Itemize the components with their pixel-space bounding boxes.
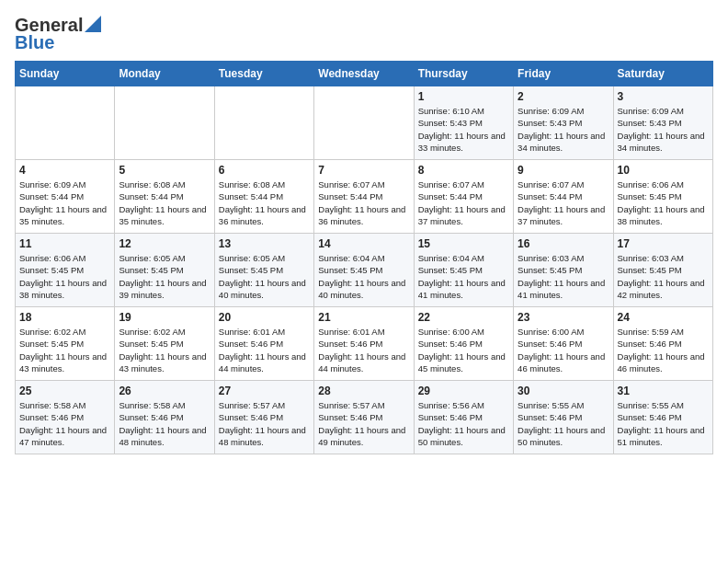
day-number: 24 bbox=[618, 311, 709, 324]
day-cell: 11Sunrise: 6:06 AMSunset: 5:45 PMDayligh… bbox=[16, 234, 115, 307]
header-wednesday: Wednesday bbox=[314, 62, 414, 86]
day-cell bbox=[314, 86, 414, 160]
day-cell: 30Sunrise: 5:55 AMSunset: 5:46 PMDayligh… bbox=[514, 381, 613, 454]
day-cell: 7Sunrise: 6:07 AMSunset: 5:44 PMDaylight… bbox=[314, 160, 414, 234]
day-info: Sunrise: 6:07 AMSunset: 5:44 PMDaylight:… bbox=[418, 178, 509, 227]
day-info: Sunrise: 6:07 AMSunset: 5:44 PMDaylight:… bbox=[318, 178, 409, 227]
day-number: 28 bbox=[318, 385, 409, 397]
day-number: 15 bbox=[418, 237, 509, 250]
day-info: Sunrise: 6:06 AMSunset: 5:45 PMDaylight:… bbox=[618, 178, 709, 227]
day-number: 9 bbox=[518, 164, 609, 177]
day-cell: 3Sunrise: 6:09 AMSunset: 5:43 PMDaylight… bbox=[613, 86, 712, 160]
day-number: 16 bbox=[518, 237, 609, 250]
day-info: Sunrise: 6:02 AMSunset: 5:45 PMDaylight:… bbox=[19, 326, 110, 374]
day-info: Sunrise: 6:00 AMSunset: 5:46 PMDaylight:… bbox=[518, 326, 609, 374]
day-cell bbox=[214, 86, 313, 160]
day-cell: 4Sunrise: 6:09 AMSunset: 5:44 PMDaylight… bbox=[16, 160, 115, 234]
header-sunday: Sunday bbox=[16, 62, 115, 86]
day-info: Sunrise: 6:05 AMSunset: 5:45 PMDaylight:… bbox=[219, 252, 310, 301]
day-number: 22 bbox=[418, 311, 509, 324]
header-thursday: Thursday bbox=[414, 62, 513, 86]
day-info: Sunrise: 5:55 AMSunset: 5:46 PMDaylight:… bbox=[518, 399, 609, 448]
day-number: 4 bbox=[19, 164, 110, 177]
day-number: 10 bbox=[618, 164, 709, 177]
day-number: 23 bbox=[518, 311, 609, 324]
day-info: Sunrise: 5:57 AMSunset: 5:46 PMDaylight:… bbox=[219, 399, 310, 448]
day-info: Sunrise: 6:05 AMSunset: 5:45 PMDaylight:… bbox=[119, 252, 210, 301]
day-cell bbox=[16, 86, 115, 160]
day-number: 20 bbox=[219, 311, 310, 324]
day-info: Sunrise: 5:58 AMSunset: 5:46 PMDaylight:… bbox=[119, 399, 210, 448]
day-cell: 28Sunrise: 5:57 AMSunset: 5:46 PMDayligh… bbox=[314, 381, 414, 454]
page-header: General Blue bbox=[15, 15, 713, 53]
calendar-header-row: SundayMondayTuesdayWednesdayThursdayFrid… bbox=[16, 62, 713, 86]
day-cell: 14Sunrise: 6:04 AMSunset: 5:45 PMDayligh… bbox=[314, 234, 414, 307]
day-cell: 8Sunrise: 6:07 AMSunset: 5:44 PMDaylight… bbox=[414, 160, 513, 234]
day-info: Sunrise: 6:02 AMSunset: 5:45 PMDaylight:… bbox=[119, 326, 210, 374]
header-friday: Friday bbox=[514, 62, 613, 86]
day-info: Sunrise: 6:04 AMSunset: 5:45 PMDaylight:… bbox=[318, 252, 409, 301]
day-cell: 12Sunrise: 6:05 AMSunset: 5:45 PMDayligh… bbox=[115, 234, 214, 307]
day-info: Sunrise: 6:03 AMSunset: 5:45 PMDaylight:… bbox=[518, 252, 609, 301]
day-number: 31 bbox=[618, 385, 709, 397]
day-cell: 22Sunrise: 6:00 AMSunset: 5:46 PMDayligh… bbox=[414, 307, 513, 381]
day-cell: 21Sunrise: 6:01 AMSunset: 5:46 PMDayligh… bbox=[314, 307, 414, 381]
day-cell: 23Sunrise: 6:00 AMSunset: 5:46 PMDayligh… bbox=[514, 307, 613, 381]
day-number: 2 bbox=[518, 90, 609, 103]
day-number: 17 bbox=[618, 237, 709, 250]
week-row-1: 1Sunrise: 6:10 AMSunset: 5:43 PMDaylight… bbox=[16, 86, 713, 160]
day-info: Sunrise: 6:08 AMSunset: 5:44 PMDaylight:… bbox=[119, 178, 210, 227]
day-number: 13 bbox=[219, 237, 310, 250]
week-row-4: 18Sunrise: 6:02 AMSunset: 5:45 PMDayligh… bbox=[16, 307, 713, 381]
logo: General Blue bbox=[15, 15, 101, 53]
day-info: Sunrise: 6:10 AMSunset: 5:43 PMDaylight:… bbox=[418, 105, 509, 154]
day-info: Sunrise: 5:55 AMSunset: 5:46 PMDaylight:… bbox=[618, 399, 709, 448]
day-number: 25 bbox=[19, 385, 110, 397]
day-number: 11 bbox=[19, 237, 110, 250]
header-tuesday: Tuesday bbox=[214, 62, 313, 86]
day-cell: 19Sunrise: 6:02 AMSunset: 5:45 PMDayligh… bbox=[115, 307, 214, 381]
day-info: Sunrise: 6:03 AMSunset: 5:45 PMDaylight:… bbox=[618, 252, 709, 301]
day-cell: 18Sunrise: 6:02 AMSunset: 5:45 PMDayligh… bbox=[16, 307, 115, 381]
day-info: Sunrise: 6:08 AMSunset: 5:44 PMDaylight:… bbox=[219, 178, 310, 227]
day-number: 29 bbox=[418, 385, 509, 397]
day-number: 3 bbox=[618, 90, 709, 103]
svg-marker-0 bbox=[85, 16, 101, 32]
day-number: 21 bbox=[318, 311, 409, 324]
day-cell: 6Sunrise: 6:08 AMSunset: 5:44 PMDaylight… bbox=[214, 160, 313, 234]
day-number: 1 bbox=[418, 90, 509, 103]
day-number: 19 bbox=[119, 311, 210, 324]
day-cell bbox=[115, 86, 214, 160]
day-number: 30 bbox=[518, 385, 609, 397]
day-cell: 2Sunrise: 6:09 AMSunset: 5:43 PMDaylight… bbox=[514, 86, 613, 160]
day-info: Sunrise: 6:06 AMSunset: 5:45 PMDaylight:… bbox=[19, 252, 110, 301]
day-info: Sunrise: 6:09 AMSunset: 5:44 PMDaylight:… bbox=[19, 178, 110, 227]
header-saturday: Saturday bbox=[613, 62, 712, 86]
day-number: 18 bbox=[19, 311, 110, 324]
day-info: Sunrise: 6:01 AMSunset: 5:46 PMDaylight:… bbox=[318, 326, 409, 374]
day-cell: 9Sunrise: 6:07 AMSunset: 5:44 PMDaylight… bbox=[514, 160, 613, 234]
day-number: 14 bbox=[318, 237, 409, 250]
day-cell: 17Sunrise: 6:03 AMSunset: 5:45 PMDayligh… bbox=[613, 234, 712, 307]
day-cell: 1Sunrise: 6:10 AMSunset: 5:43 PMDaylight… bbox=[414, 86, 513, 160]
day-cell: 16Sunrise: 6:03 AMSunset: 5:45 PMDayligh… bbox=[514, 234, 613, 307]
day-info: Sunrise: 5:59 AMSunset: 5:46 PMDaylight:… bbox=[618, 326, 709, 374]
logo-blue-text: Blue bbox=[15, 32, 54, 53]
day-number: 8 bbox=[418, 164, 509, 177]
day-cell: 27Sunrise: 5:57 AMSunset: 5:46 PMDayligh… bbox=[214, 381, 313, 454]
day-info: Sunrise: 6:00 AMSunset: 5:46 PMDaylight:… bbox=[418, 326, 509, 374]
day-info: Sunrise: 6:09 AMSunset: 5:43 PMDaylight:… bbox=[518, 105, 609, 154]
day-cell: 15Sunrise: 6:04 AMSunset: 5:45 PMDayligh… bbox=[414, 234, 513, 307]
day-info: Sunrise: 6:04 AMSunset: 5:45 PMDaylight:… bbox=[418, 252, 509, 301]
day-number: 26 bbox=[119, 385, 210, 397]
day-info: Sunrise: 6:09 AMSunset: 5:43 PMDaylight:… bbox=[618, 105, 709, 154]
week-row-2: 4Sunrise: 6:09 AMSunset: 5:44 PMDaylight… bbox=[16, 160, 713, 234]
day-info: Sunrise: 5:58 AMSunset: 5:46 PMDaylight:… bbox=[19, 399, 110, 448]
day-cell: 24Sunrise: 5:59 AMSunset: 5:46 PMDayligh… bbox=[613, 307, 712, 381]
day-number: 6 bbox=[219, 164, 310, 177]
day-cell: 10Sunrise: 6:06 AMSunset: 5:45 PMDayligh… bbox=[613, 160, 712, 234]
day-info: Sunrise: 6:01 AMSunset: 5:46 PMDaylight:… bbox=[219, 326, 310, 374]
day-info: Sunrise: 5:56 AMSunset: 5:46 PMDaylight:… bbox=[418, 399, 509, 448]
day-cell: 5Sunrise: 6:08 AMSunset: 5:44 PMDaylight… bbox=[115, 160, 214, 234]
day-cell: 20Sunrise: 6:01 AMSunset: 5:46 PMDayligh… bbox=[214, 307, 313, 381]
